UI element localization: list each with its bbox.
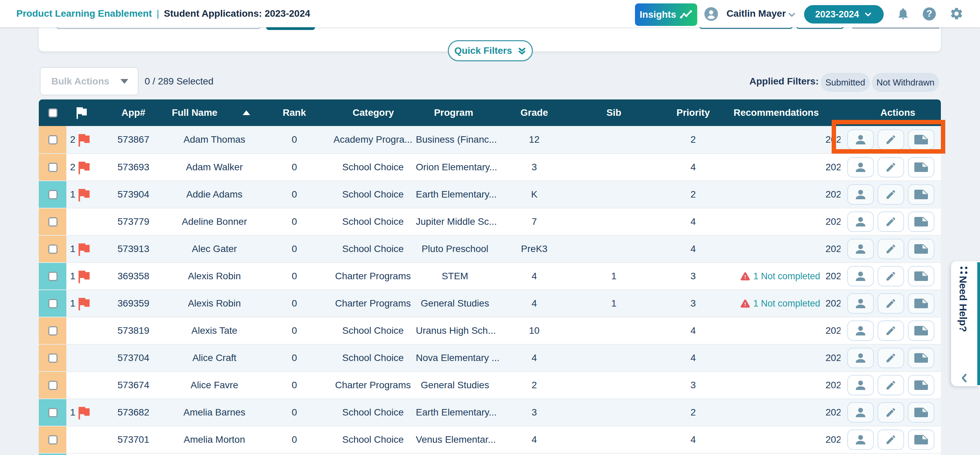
svg-text:?: ? xyxy=(926,8,932,19)
